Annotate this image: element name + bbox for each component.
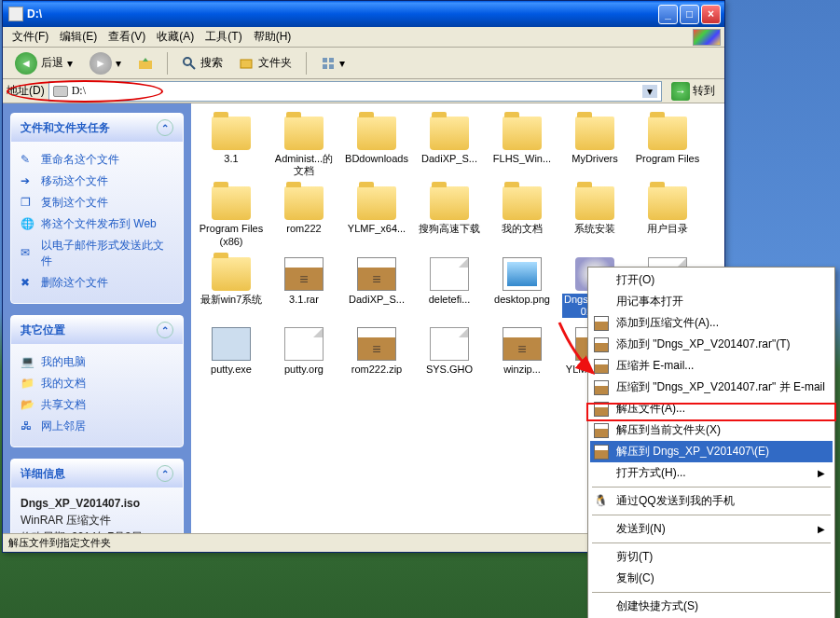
up-button[interactable] <box>131 52 159 75</box>
file-item[interactable]: putty.exe <box>197 323 266 379</box>
file-item[interactable]: winzip... <box>488 323 557 379</box>
file-label: deletefi... <box>417 294 482 306</box>
drive-icon <box>53 86 68 97</box>
go-button[interactable]: → 转到 <box>666 80 721 103</box>
details-header[interactable]: 详细信息 ⌃ <box>11 460 183 488</box>
context-item[interactable]: 创建快捷方式(S) <box>590 596 833 617</box>
back-icon: ◄ <box>15 52 37 75</box>
tasks-header[interactable]: 文件和文件夹任务 ⌃ <box>11 114 183 142</box>
folder-icon <box>575 117 614 150</box>
file-item[interactable]: DadiXP_S... <box>415 113 484 181</box>
file-item[interactable]: Program Files <box>633 113 702 181</box>
context-item[interactable]: 压缩到 "Dngs_XP_V201407.rar" 并 E-mail <box>590 377 833 398</box>
context-label: 压缩并 E-mail... <box>616 358 694 374</box>
places-header[interactable]: 其它位置 ⌃ <box>11 316 183 344</box>
views-button[interactable]: ▾ <box>314 52 351 75</box>
task-delete[interactable]: ✖删除这个文件 <box>21 272 173 294</box>
address-dropdown[interactable]: ▾ <box>642 85 657 98</box>
rar-icon <box>357 257 396 291</box>
task-move[interactable]: ➔移动这个文件 <box>21 171 173 192</box>
file-label: desktop.png <box>489 294 555 306</box>
file-item[interactable]: 最新win7系统 <box>197 254 266 322</box>
address-input[interactable] <box>72 84 639 98</box>
context-item[interactable]: 解压到当前文件夹(X) <box>590 419 833 441</box>
menu-favorites[interactable]: 收藏(A) <box>151 27 200 47</box>
file-item[interactable]: Administ...的文档 <box>269 113 338 181</box>
file-item[interactable]: BDdownloads <box>342 113 411 181</box>
minimize-button[interactable]: _ <box>658 5 678 24</box>
file-item[interactable]: SYS.GHO <box>415 323 484 379</box>
copy-icon: ❐ <box>21 196 35 211</box>
sidebar: 文件和文件夹任务 ⌃ ✎重命名这个文件➔移动这个文件❐复制这个文件🌐将这个文件发… <box>3 103 191 533</box>
rar-icon <box>357 327 396 361</box>
file-item[interactable]: 搜狗高速下载 <box>415 183 484 251</box>
context-item[interactable]: 🐧通过QQ发送到我的手机 <box>590 490 833 512</box>
context-item[interactable]: 复制(C) <box>590 568 833 589</box>
menu-tools[interactable]: 工具(T) <box>200 27 247 47</box>
file-label: putty.org <box>271 364 337 376</box>
context-item[interactable]: 打开(O) <box>590 269 833 291</box>
folder-icon <box>503 186 542 220</box>
address-field[interactable]: ▾ <box>48 81 662 102</box>
file-item[interactable]: 我的文档 <box>488 183 557 251</box>
file-label: DadiXP_S... <box>344 294 409 306</box>
place-network[interactable]: 🖧网上邻居 <box>21 416 173 437</box>
file-item[interactable]: rom222 <box>269 183 338 251</box>
task-web[interactable]: 🌐将这个文件发布到 Web <box>21 213 173 235</box>
file-item[interactable]: 用户目录 <box>633 183 702 251</box>
context-label: 用记事本打开 <box>616 294 683 309</box>
file-item[interactable]: YLMF_x64... <box>342 183 411 251</box>
forward-button[interactable]: ► ▾ <box>83 48 128 78</box>
folder-icon <box>284 117 324 150</box>
file-item[interactable]: Program Files (x86) <box>197 183 266 251</box>
file-label: 用户目录 <box>635 223 700 235</box>
search-button[interactable]: 搜索 <box>175 51 229 75</box>
file-item[interactable]: putty.org <box>269 323 338 379</box>
task-mail[interactable]: ✉以电子邮件形式发送此文件 <box>21 235 173 272</box>
maximize-button[interactable]: □ <box>680 5 699 24</box>
close-button[interactable]: × <box>701 5 721 24</box>
file-item[interactable]: deletefi... <box>415 254 484 322</box>
menu-view[interactable]: 查看(V) <box>103 27 151 47</box>
file-item[interactable]: 3.1 <box>197 113 266 181</box>
place-shared[interactable]: 📂共享文档 <box>21 394 173 416</box>
file-icon <box>284 327 324 361</box>
back-button[interactable]: ◄ 后退 ▾ <box>8 48 79 78</box>
context-item[interactable]: 解压文件(A)... <box>590 398 833 419</box>
file-item[interactable]: 系统安装 <box>560 183 629 251</box>
menubar: 文件(F) 编辑(E) 查看(V) 收藏(A) 工具(T) 帮助(H) <box>3 27 724 48</box>
task-rename[interactable]: ✎重命名这个文件 <box>21 149 173 171</box>
context-menu: 打开(O)用记事本打开添加到压缩文件(A)...添加到 "Dngs_XP_V20… <box>587 267 835 618</box>
context-item[interactable]: 添加到压缩文件(A)... <box>590 312 833 334</box>
context-item[interactable]: 添加到 "Dngs_XP_V201407.rar"(T) <box>590 334 833 355</box>
context-item[interactable]: 压缩并 E-mail... <box>590 355 833 377</box>
file-item[interactable]: 3.1.rar <box>269 254 338 322</box>
context-item[interactable]: 剪切(T) <box>590 546 833 568</box>
context-item[interactable]: 发送到(N)▶ <box>590 518 833 540</box>
context-item[interactable]: 用记事本打开 <box>590 291 833 312</box>
file-item[interactable]: desktop.png <box>488 254 557 322</box>
context-item[interactable]: 打开方式(H)...▶ <box>590 462 833 484</box>
menu-file[interactable]: 文件(F) <box>7 27 54 47</box>
file-label: rom222.zip <box>344 364 409 376</box>
file-item[interactable]: DadiXP_S... <box>342 254 411 322</box>
file-label: Administ...的文档 <box>271 153 337 177</box>
menu-help[interactable]: 帮助(H) <box>248 27 297 47</box>
folders-button[interactable]: 文件夹 <box>233 51 298 75</box>
context-item[interactable]: 解压到 Dngs_XP_V201407\(E) <box>590 441 833 462</box>
titlebar[interactable]: D:\ _ □ × <box>3 1 724 27</box>
qq-icon: 🐧 <box>594 494 609 509</box>
context-label: 通过QQ发送到我的手机 <box>616 493 735 509</box>
toolbar: ◄ 后退 ▾ ► ▾ 搜索 文件夹 ▾ <box>3 48 724 79</box>
file-item[interactable]: MyDrivers <box>560 113 629 181</box>
file-item[interactable]: rom222.zip <box>342 323 411 379</box>
folder-icon <box>284 186 324 220</box>
place-computer[interactable]: 💻我的电脑 <box>21 351 173 373</box>
exe-icon <box>212 327 251 361</box>
task-copy[interactable]: ❐复制这个文件 <box>21 192 173 213</box>
rar-icon <box>594 359 609 374</box>
file-item[interactable]: FLHS_Win... <box>488 113 557 181</box>
menu-edit[interactable]: 编辑(E) <box>54 27 103 47</box>
file-label: 系统安装 <box>562 223 627 235</box>
place-docs[interactable]: 📁我的文档 <box>21 373 173 394</box>
